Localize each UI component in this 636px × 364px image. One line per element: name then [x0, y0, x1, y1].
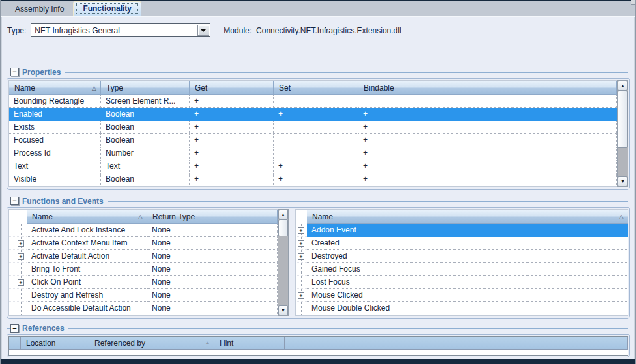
table-row[interactable]: Mouse Double Clicked: [296, 302, 628, 315]
table-cell: Boolean: [101, 173, 190, 186]
column-header-bindable[interactable]: Bindable: [358, 81, 617, 95]
table-row[interactable]: EnabledBoolean+++: [9, 108, 617, 121]
properties-title: Properties: [22, 68, 61, 77]
table-cell: Visible: [9, 173, 101, 186]
column-header-name[interactable]: Name△: [9, 81, 101, 95]
tab-functionality[interactable]: Functionality: [73, 1, 141, 16]
scroll-down-button[interactable]: ▼: [278, 305, 288, 315]
table-cell: +: [274, 160, 358, 173]
column-header-type[interactable]: Type: [101, 81, 190, 95]
type-select-value: NET Infragistics General: [31, 26, 197, 35]
scroll-thumb[interactable]: [618, 91, 628, 148]
table-cell: Created: [307, 237, 628, 250]
functions-events-caption: − Functions and Events: [7, 195, 630, 206]
scroll-up-button[interactable]: ▲: [618, 81, 628, 91]
dropdown-button[interactable]: [197, 25, 209, 36]
table-row[interactable]: ExistsBoolean++: [9, 121, 617, 134]
expand-plus-icon[interactable]: +: [298, 240, 304, 247]
expand-plus-icon[interactable]: +: [298, 292, 304, 299]
caption-line: [108, 201, 628, 202]
column-header-return-type[interactable]: Return Type: [147, 210, 278, 224]
tree-gutter-cell: +: [296, 289, 307, 302]
tab-strip: Assembly Info Functionality: [1, 1, 635, 17]
tree-gutter-cell: +: [9, 237, 27, 250]
column-header-referenced-by[interactable]: Referenced by▲: [89, 337, 214, 350]
type-select[interactable]: NET Infragistics General: [31, 23, 210, 37]
scroll-track[interactable]: [618, 91, 628, 176]
tab-assembly-info[interactable]: Assembly Info: [6, 3, 73, 16]
table-cell: Text: [9, 160, 101, 173]
table-cell: +: [190, 147, 274, 160]
expand-plus-icon[interactable]: +: [18, 253, 24, 260]
tree-gutter-cell: [9, 263, 27, 276]
tab-functionality-label: Functionality: [76, 3, 138, 14]
functions-events-box: Name△Return TypeActivate And Lock Instan…: [7, 207, 630, 319]
tree-gutter-cell: [296, 276, 307, 289]
references-caption: − References: [7, 323, 630, 333]
column-header-label: Bindable: [364, 83, 394, 92]
table-row[interactable]: +Click On PointNone: [9, 276, 278, 289]
scroll-track[interactable]: [278, 219, 288, 305]
expand-plus-icon[interactable]: +: [298, 253, 304, 260]
table-row[interactable]: +Activate Default ActionNone: [9, 250, 278, 263]
column-header-location[interactable]: Location: [21, 337, 89, 350]
column-header-get[interactable]: Get: [190, 81, 274, 95]
table-row[interactable]: +Destroyed: [296, 250, 628, 263]
collapse-functions-button[interactable]: −: [10, 197, 19, 205]
collapse-references-button[interactable]: −: [10, 324, 19, 333]
properties-scrollbar[interactable]: ▲ ▼: [617, 80, 628, 187]
table-cell: +: [190, 95, 274, 108]
table-cell: Click On Point: [27, 276, 147, 289]
table-row[interactable]: Do Accessible Default ActionNone: [9, 302, 278, 315]
table-row[interactable]: +Activate Context Menu ItemNone: [9, 237, 278, 250]
collapse-properties-button[interactable]: −: [10, 68, 19, 76]
type-label: Type:: [7, 26, 26, 35]
scroll-down-button[interactable]: ▼: [618, 176, 628, 186]
expand-plus-icon[interactable]: +: [18, 240, 24, 247]
scroll-up-button[interactable]: ▲: [278, 210, 288, 219]
table-row[interactable]: VisibleBoolean+++: [9, 173, 617, 186]
table-row[interactable]: Gained Focus: [296, 263, 628, 276]
tree-gutter-cell: +: [9, 250, 27, 263]
table-cell: None: [147, 237, 278, 250]
tree-gutter-cell: [9, 289, 27, 302]
table-cell: Exists: [9, 121, 101, 134]
table-cell: Addon Event: [307, 224, 628, 237]
functions-scrollbar[interactable]: ▲ ▼: [278, 209, 289, 316]
column-header-label: Get: [195, 83, 207, 92]
column-header-name[interactable]: Name△: [307, 210, 628, 224]
table-row[interactable]: Process IdNumber++: [9, 147, 617, 160]
table-row[interactable]: Bounding RectangleScreen Element R...+: [9, 95, 617, 108]
module-value: Connectivity.NET.Infragistics.Extension.…: [256, 26, 401, 35]
events-header-row: Name△: [296, 210, 628, 224]
table-row[interactable]: Lost Focus: [296, 276, 628, 289]
column-header-hint[interactable]: Hint: [214, 337, 285, 350]
table-row[interactable]: Bring To FrontNone: [9, 263, 278, 276]
table-row[interactable]: Destroy and RefreshNone: [9, 289, 278, 302]
expand-plus-icon[interactable]: +: [18, 279, 24, 286]
table-cell: Mouse Clicked: [307, 289, 628, 302]
expand-plus-icon[interactable]: +: [298, 227, 304, 234]
table-row[interactable]: FocusedBoolean++: [9, 134, 617, 147]
table-cell: None: [147, 289, 278, 302]
tree-gutter-cell: [296, 263, 307, 276]
table-row[interactable]: Activate And Lock InstanceNone: [9, 224, 278, 237]
table-cell: None: [147, 302, 278, 315]
scroll-thumb[interactable]: [278, 219, 288, 236]
tree-gutter-cell: +: [296, 237, 307, 250]
table-row[interactable]: +Mouse Clicked: [296, 289, 628, 302]
column-header-set[interactable]: Set: [274, 81, 358, 95]
table-cell: +: [274, 173, 358, 186]
table-cell: Screen Element R...: [101, 95, 190, 108]
table-cell: +: [358, 134, 617, 147]
type-row: Type: NET Infragistics General Module: C…: [1, 17, 635, 44]
references-empty-area: [9, 350, 628, 355]
table-row[interactable]: +Created: [296, 237, 628, 250]
table-row[interactable]: +Addon Event: [296, 224, 628, 237]
column-header-name[interactable]: Name△: [27, 210, 147, 224]
table-cell: +: [358, 173, 617, 186]
tree-gutter-cell: [296, 302, 307, 315]
table-cell: Gained Focus: [307, 263, 628, 276]
table-cell: None: [147, 224, 278, 237]
table-row[interactable]: TextText+++: [9, 160, 617, 173]
